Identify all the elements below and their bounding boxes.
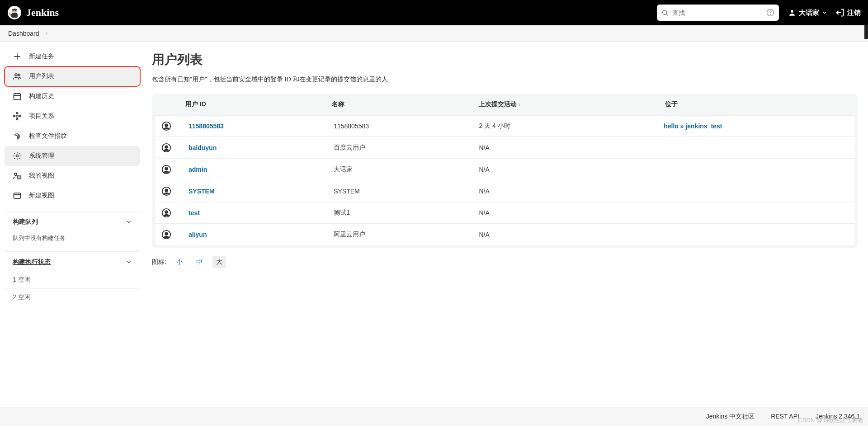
last-commit-cell: N/A [479, 144, 664, 151]
table-row: 115880558311588055832 天 4 小时hello » jenk… [155, 115, 855, 137]
user-icon [161, 208, 189, 218]
user-name-cell: 阿里云用户 [334, 230, 479, 239]
sidebar-item-label: 系统管理 [29, 152, 54, 160]
build-queue-title: 构建队列 [13, 218, 38, 226]
user-name-cell: SYSTEM [334, 188, 479, 195]
user-id-link[interactable]: aliyun [189, 231, 207, 238]
col-last[interactable]: 上次提交活动↑ [479, 100, 665, 108]
chevron-down-icon [822, 10, 827, 15]
new-view-icon [13, 191, 23, 200]
help-icon[interactable] [766, 9, 774, 17]
my-views-icon [13, 171, 23, 180]
user-icon [788, 9, 796, 17]
user-name: 大话家 [799, 9, 819, 17]
sidebar-item-new-view[interactable]: 新建视图 [5, 186, 140, 206]
logout-label: 注销 [847, 9, 861, 17]
user-id-link[interactable]: baiduyun [189, 144, 217, 151]
sidebar-item-label: 项目关系 [29, 112, 54, 120]
last-commit-cell: N/A [479, 231, 664, 238]
executor-section: 构建执行状态 1 空闲2 空闲 [5, 251, 140, 306]
user-name-cell: 1158805583 [334, 122, 479, 130]
col-userid[interactable]: 用户 ID [185, 100, 332, 108]
table-row: baiduyun百度云用户N/A [155, 137, 855, 159]
users-icon [13, 72, 23, 81]
svg-point-32 [165, 124, 168, 127]
sidebar-item-project-relations[interactable]: 项目关系 [5, 106, 140, 126]
svg-point-25 [16, 155, 19, 157]
sidebar-item-users[interactable]: 用户列表 [5, 66, 140, 86]
icon-size-label: 图标: [152, 258, 166, 266]
icon-size-picker: 图标: 小 中 大 [152, 256, 858, 268]
footer: Jenkins 中文社区 REST API Jenkins 2.346.1 [0, 407, 868, 426]
gear-icon [13, 151, 23, 160]
on-link[interactable]: hello » jenkins_test [664, 122, 722, 130]
chevron-down-icon [126, 259, 132, 265]
svg-rect-3 [12, 9, 17, 10]
sidebar-item-label: 检查文件指纹 [29, 132, 67, 140]
sidebar-item-new-job[interactable]: 新建任务 [5, 47, 140, 66]
sidebar-item-fingerprint[interactable]: 检查文件指纹 [5, 126, 140, 146]
search-input[interactable] [672, 9, 766, 16]
user-id-link[interactable]: SYSTEM [189, 188, 215, 195]
sidebar-item-my-views[interactable]: 我的视图 [5, 166, 140, 186]
svg-point-9 [770, 14, 770, 14]
svg-point-5 [15, 10, 16, 11]
sidebar-item-build-history[interactable]: 构建历史 [5, 86, 140, 106]
footer-restapi[interactable]: REST API [771, 413, 799, 421]
search-icon [661, 9, 669, 16]
page-description: 包含所有已知"用户"，包括当前安全域中的登录 ID 和在变更记录的提交信的息里的… [152, 75, 858, 84]
svg-point-23 [16, 113, 18, 114]
build-queue-header[interactable]: 构建队列 [5, 212, 140, 230]
relations-icon [13, 112, 23, 121]
plus-icon [13, 52, 23, 61]
main: 用户列表 包含所有已知"用户"，包括当前安全域中的登录 ID 和在变更记录的提交… [145, 42, 868, 407]
user-icon [161, 165, 189, 174]
sidebar-item-label: 新建任务 [29, 52, 54, 61]
footer-community[interactable]: Jenkins 中文社区 [706, 413, 755, 421]
svg-point-24 [16, 118, 18, 120]
sidebar-item-system[interactable]: 系统管理 [5, 146, 140, 166]
right-edge-handle[interactable] [864, 25, 868, 39]
table-row: aliyun阿里云用户N/A [155, 224, 855, 245]
executor-header[interactable]: 构建执行状态 [5, 252, 140, 271]
jenkins-logo-icon [7, 5, 22, 20]
svg-point-15 [18, 74, 20, 76]
executor-title[interactable]: 构建执行状态 [13, 258, 51, 266]
sidebar-item-label: 我的视图 [29, 172, 54, 180]
user-id-link[interactable]: test [189, 209, 200, 216]
svg-line-7 [666, 14, 668, 15]
svg-point-14 [15, 74, 17, 76]
svg-point-38 [165, 189, 168, 192]
user-id-link[interactable]: admin [189, 166, 207, 173]
footer-version[interactable]: Jenkins 2.346.1 [816, 413, 860, 421]
logout-button[interactable]: 注销 [835, 8, 861, 17]
brand[interactable]: Jenkins [7, 5, 59, 20]
page-title: 用户列表 [152, 51, 858, 68]
user-name-cell: 测试1 [334, 209, 479, 217]
svg-point-36 [165, 167, 168, 170]
executor-row: 2 空闲 [5, 288, 140, 306]
svg-point-1 [12, 8, 17, 14]
icon-size-small[interactable]: 小 [173, 256, 186, 268]
user-id-link[interactable]: 1158805583 [189, 122, 224, 130]
col-on[interactable]: 位于 [665, 100, 852, 108]
svg-point-26 [14, 173, 17, 175]
col-name[interactable]: 名称 [332, 100, 478, 108]
build-queue-section: 构建队列 队列中没有构建任务 [5, 211, 140, 246]
breadcrumb-root[interactable]: Dashboard [8, 30, 39, 37]
fingerprint-icon [13, 132, 23, 141]
topbar: Jenkins 大话家 注销 [0, 0, 868, 25]
table-row: SYSTEMSYSTEMN/A [155, 180, 855, 202]
svg-rect-2 [11, 13, 18, 18]
user-icon [161, 186, 189, 196]
user-menu[interactable]: 大话家 [788, 9, 827, 17]
search-box[interactable] [657, 5, 779, 21]
sidebar-item-label: 用户列表 [29, 72, 54, 80]
icon-size-medium[interactable]: 中 [193, 256, 206, 268]
sidebar-item-label: 构建历史 [29, 92, 54, 100]
brand-name: Jenkins [26, 7, 59, 19]
user-icon [161, 143, 189, 153]
svg-point-6 [663, 10, 667, 14]
icon-size-large[interactable]: 大 [212, 256, 226, 268]
sidebar-item-label: 新建视图 [29, 192, 54, 200]
